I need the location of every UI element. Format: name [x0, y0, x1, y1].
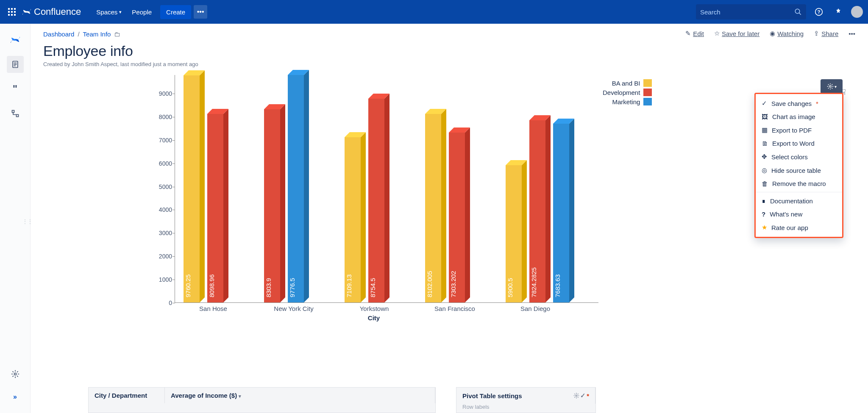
chevron-down-icon: ▾	[835, 84, 837, 89]
help-icon[interactable]: ?	[812, 5, 826, 19]
search-icon	[794, 8, 802, 16]
x-tick-label: San Hose	[175, 305, 251, 312]
menu-export-word[interactable]: 🗎Export to Word	[756, 137, 842, 150]
ellipsis-icon: •••	[197, 8, 204, 16]
sidebar-collapse-icon[interactable]: »	[7, 388, 24, 405]
image-icon: 🖼	[762, 113, 768, 120]
pencil-icon: ✎	[685, 30, 691, 37]
menu-select-colors[interactable]: ✥Select colors	[756, 150, 842, 164]
app-switcher[interactable]	[5, 5, 19, 19]
legend-swatch-mkt	[643, 98, 652, 105]
search-box[interactable]	[696, 4, 806, 19]
watching-button[interactable]: ◉Watching	[770, 30, 804, 37]
svg-rect-6	[8, 14, 10, 16]
source-table: City / Department Average of Income ($)	[88, 387, 436, 413]
gear-icon	[827, 83, 834, 90]
y-tick-label: 9000	[159, 90, 172, 97]
svg-rect-3	[8, 11, 10, 13]
nav-more[interactable]: •••	[194, 5, 207, 19]
y-tick-label: 7000	[159, 137, 172, 144]
share-icon: ⇪	[814, 30, 819, 37]
page-meta: Created by John Smith Aspect, last modif…	[43, 61, 855, 67]
share-button[interactable]: ⇪Share	[814, 30, 838, 37]
avatar[interactable]	[851, 6, 863, 18]
svg-rect-4	[11, 11, 13, 13]
svg-point-19	[14, 373, 16, 375]
svg-rect-8	[14, 14, 16, 16]
eye-icon: ◉	[770, 30, 775, 37]
sidebar-confluence-icon[interactable]	[7, 31, 24, 48]
menu-chart-as-image[interactable]: 🖼Chart as image	[756, 110, 842, 123]
menu-save-changes[interactable]: ✓Save changes*	[756, 97, 842, 110]
x-tick-label: New York City	[256, 305, 332, 312]
doc-icon: 🗎	[762, 140, 768, 147]
y-tick-label: 0	[169, 299, 172, 306]
menu-remove-macro[interactable]: 🗑Remove the macro	[756, 177, 842, 190]
menu-export-pdf[interactable]: ▦Export to PDF	[756, 123, 842, 137]
x-tick-label: Yorkstown	[336, 305, 412, 312]
chart-settings-button[interactable]: ▾	[821, 79, 843, 94]
legend-swatch-ba	[643, 79, 652, 87]
chart-legend: BA and BI Development Marketing	[603, 79, 652, 107]
pdf-icon: ▦	[762, 126, 768, 134]
create-button[interactable]: Create	[160, 5, 191, 19]
legend-swatch-dev	[643, 89, 652, 96]
book-icon: ∎	[762, 197, 766, 205]
question-icon: ?	[762, 211, 765, 218]
menu-documentation[interactable]: ∎Documentation	[756, 194, 842, 208]
y-tick-label: 4000	[159, 206, 172, 213]
svg-rect-17	[12, 111, 14, 113]
y-tick-label: 5000	[159, 183, 172, 190]
menu-whats-new[interactable]: ?What's new	[756, 208, 842, 221]
search-input[interactable]	[700, 8, 794, 16]
check-icon: ✓	[762, 100, 767, 107]
grid-icon	[8, 8, 16, 16]
x-axis-title: City	[368, 314, 380, 322]
save-for-later-button[interactable]: ☆Save for later	[714, 30, 760, 37]
notifications-icon[interactable]	[832, 5, 845, 19]
palette-icon: ✥	[762, 153, 767, 161]
ellipsis-icon: •••	[849, 30, 855, 37]
product-logo[interactable]: Confluence	[22, 6, 81, 17]
pivot-gear-button[interactable]: ✓*	[573, 392, 589, 399]
nav-spaces[interactable]: Spaces▾	[91, 5, 127, 19]
menu-hide-source[interactable]: ◎Hide source table	[756, 164, 842, 177]
confluence-icon	[22, 7, 31, 17]
sidebar-pages-icon[interactable]	[7, 56, 24, 73]
svg-rect-0	[8, 8, 10, 10]
menu-rate-app[interactable]: ★Rate our app	[756, 221, 842, 234]
star-icon: ☆	[714, 30, 720, 37]
svg-point-9	[795, 9, 800, 14]
pivot-settings-title: Pivot Table settings	[462, 392, 522, 399]
svg-rect-5	[14, 11, 16, 13]
nav-people[interactable]: People	[127, 5, 157, 19]
trash-icon: 🗑	[762, 180, 768, 187]
chevron-down-icon: ▾	[119, 9, 122, 15]
star-filled-icon: ★	[762, 224, 767, 231]
svg-text:?: ?	[817, 9, 820, 14]
table-header-city[interactable]: City / Department	[89, 388, 165, 403]
eye-off-icon: ◎	[762, 166, 767, 174]
edit-button[interactable]: ✎Edit	[685, 30, 704, 37]
svg-rect-18	[16, 115, 18, 117]
bar-chart: 0100020003000400050006000700080009000 97…	[149, 75, 598, 321]
chart-settings-menu: ✓Save changes* 🖼Chart as image ▦Export t…	[754, 93, 843, 238]
page-more-button[interactable]: •••	[849, 30, 855, 37]
table-header-income[interactable]: Average of Income ($)	[165, 388, 435, 403]
sidebar-settings-icon[interactable]	[7, 366, 24, 383]
folder-icon: 🗀	[114, 30, 120, 38]
svg-rect-7	[11, 14, 13, 16]
svg-rect-2	[14, 8, 16, 10]
svg-rect-1	[11, 8, 13, 10]
y-tick-label: 8000	[159, 114, 172, 120]
sidebar-quote-icon[interactable]: "	[7, 80, 24, 97]
breadcrumb-root[interactable]: Dashboard	[43, 30, 74, 38]
page-title: Employee info	[43, 43, 855, 59]
breadcrumb-current[interactable]: Team Info	[83, 30, 111, 38]
svg-point-20	[829, 86, 831, 87]
product-name: Confluence	[34, 6, 81, 17]
x-tick-label: San Francisco	[417, 305, 493, 312]
sidebar-tree-icon[interactable]	[7, 105, 24, 122]
y-tick-label: 2000	[159, 253, 172, 260]
y-tick-label: 1000	[159, 276, 172, 283]
